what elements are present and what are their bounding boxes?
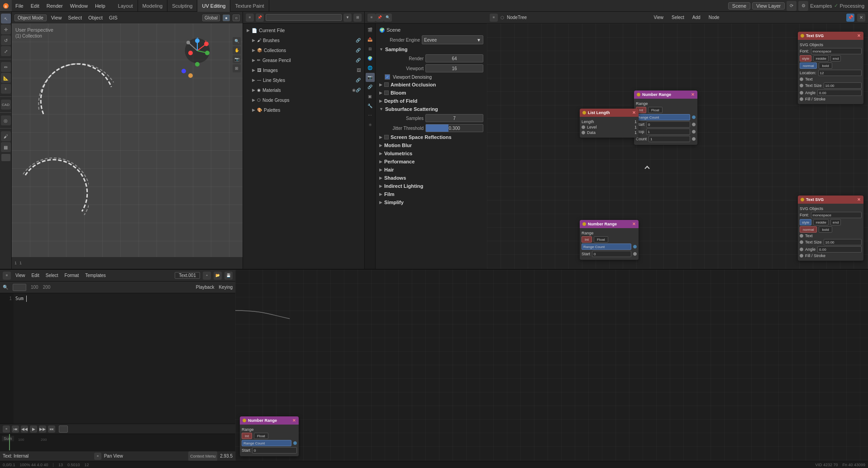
tsv-mid-angle-field[interactable]: 0.00 [817, 246, 862, 253]
node-list-length[interactable]: List Length ✕ Length 1 Level 1 [580, 109, 639, 138]
ll-close-icon[interactable]: ✕ [632, 110, 636, 115]
file-collections[interactable]: ▶ 📦 Collections 🔗 [243, 45, 364, 55]
sss-header[interactable]: ▼ Subsurface Scattering [377, 105, 485, 113]
props-pin-btn[interactable]: 📌 [376, 14, 384, 22]
te-mode-btn[interactable]: ≡ [94, 453, 101, 460]
viewport-view-menu[interactable]: View [49, 15, 64, 20]
brush-tool[interactable]: 🖌 [1, 131, 11, 141]
node-close-icon[interactable]: ✕ [691, 92, 695, 97]
blender-logo[interactable]: B [0, 0, 12, 11]
viewport-transform-btn[interactable]: Global [202, 14, 220, 21]
te-save-btn[interactable]: 💾 [224, 272, 233, 280]
tsv-mid-m[interactable]: middle [813, 219, 829, 225]
tl-rewind-btn[interactable]: ◀◀ [21, 425, 28, 433]
select-tool[interactable]: ↖ [1, 14, 11, 24]
hand-icon[interactable]: ✋ [233, 46, 241, 54]
te-keying-btn[interactable]: Keying [219, 285, 233, 290]
tab-sculpting[interactable]: Sculpting [167, 0, 197, 12]
props-render-icon[interactable]: 📷 [366, 73, 375, 82]
film-header[interactable]: ▶ Film [377, 190, 485, 198]
props-view-btn[interactable]: ≡ [367, 14, 376, 22]
te-select-menu[interactable]: Select [44, 273, 60, 278]
node-number-range-top[interactable]: Number Range ✕ Range Int Float Range Cou… [634, 91, 697, 145]
tsv-font-field[interactable]: monospace [811, 48, 862, 54]
node-canvas-top[interactable]: Number Range ✕ Range Int Float Range Cou… [487, 24, 868, 269]
fb-view-btn[interactable]: ≡ [246, 14, 254, 22]
viewport-mode-btn[interactable]: Object Mode [14, 14, 47, 21]
cad-tool[interactable]: CAD [1, 100, 11, 110]
tsv-mid-wl[interactable]: normal [800, 226, 817, 233]
nr-stop-field[interactable]: 1 [646, 129, 690, 135]
props-view-layer-icon[interactable]: ⊞ [366, 44, 375, 53]
vol-header[interactable]: ▶ Volumetrics [377, 149, 485, 158]
menu-help[interactable]: Help [91, 0, 109, 11]
ne-node-menu[interactable]: Node [706, 15, 722, 20]
te-format-menu[interactable]: Format [63, 273, 81, 278]
sss-samples-value[interactable]: 7 [425, 114, 483, 122]
nr-float-btn[interactable]: Float [648, 107, 663, 113]
tl-forward-btn[interactable]: ▶▶ [39, 425, 46, 433]
te-file-selector[interactable]: Text.001 [175, 272, 200, 279]
render-samples-value[interactable]: 64 [425, 54, 483, 62]
viewport-gis-menu[interactable]: GIS [107, 15, 119, 20]
tl-prev-btn[interactable]: ⏮ [12, 425, 19, 433]
props-modifier-icon[interactable]: 🔧 [366, 101, 375, 110]
nr-count2-field[interactable]: 1 [649, 136, 690, 142]
tl-playhead[interactable] [9, 434, 10, 450]
tsv-weight-l[interactable]: normal [800, 62, 817, 69]
file-node-groups[interactable]: ▶ ⬡ Node Groups [243, 95, 364, 105]
tsv-mid-r[interactable]: end [830, 219, 841, 225]
add-tool[interactable]: + [1, 84, 11, 94]
ssr-header[interactable]: ▶ Screen Space Reflections [377, 133, 485, 141]
tsv-angle-field[interactable]: 0.00 [817, 90, 862, 96]
tsv-mid-close[interactable]: ✕ [857, 197, 861, 202]
te-search-icon[interactable]: 🔍 [3, 285, 8, 290]
menu-window[interactable]: Window [67, 0, 91, 11]
viewport-select-menu[interactable]: Select [66, 15, 84, 20]
rotate-tool[interactable]: ↺ [1, 35, 11, 45]
file-search-input[interactable] [266, 14, 342, 21]
file-brushes[interactable]: ▶ 🖌 Brushes 🔗 [243, 35, 364, 45]
file-materials[interactable]: ▶ ◉ Materials ◉🔗 [243, 85, 364, 95]
tsv-size-field[interactable]: 10.00 [824, 82, 862, 89]
props-object-icon[interactable]: ▣ [366, 92, 375, 101]
nrba-count-field[interactable]: Range Count [242, 440, 291, 446]
nr-count-field[interactable]: Range Count [636, 114, 690, 120]
te-playback-btn[interactable]: Playback [196, 285, 215, 290]
tsv-loc-field[interactable]: 12 [818, 70, 862, 76]
dof-header[interactable]: ▶ Depth of Field [377, 97, 485, 105]
viewport-object-menu[interactable]: Object [86, 15, 105, 20]
menu-edit[interactable]: Edit [27, 0, 43, 11]
tsv-mid-font-field[interactable]: monospace [811, 212, 862, 218]
annotate-tool[interactable]: ✏ [1, 62, 11, 72]
props-constraints-icon[interactable]: 🔗 [366, 82, 375, 91]
view-layer-name[interactable]: View Layer [752, 2, 785, 10]
file-line-styles[interactable]: ▶ — Line Styles 🔗 [243, 75, 364, 85]
ne-view-menu[interactable]: View [651, 15, 667, 20]
nrba-close[interactable]: ✕ [292, 418, 296, 423]
bloom-header[interactable]: ▶ Bloom [377, 89, 485, 97]
simplify-header[interactable]: ▶ Simplify [377, 198, 485, 206]
tsv-style-r[interactable]: end [830, 55, 841, 62]
te-new-btn[interactable]: + [203, 272, 211, 280]
mb-header[interactable]: ▶ Motion Blur [377, 141, 485, 149]
ne-close-btn[interactable]: ✕ [857, 14, 865, 22]
tsv-mid-size-field[interactable]: 10.00 [824, 239, 862, 245]
tab-texture-paint[interactable]: Texture Paint [230, 0, 269, 12]
orbit-tool[interactable]: ◎ [1, 115, 11, 125]
bloom-checkbox[interactable] [384, 91, 389, 95]
tab-layout[interactable]: Layout [114, 0, 138, 12]
tsv-mid-l[interactable]: style [800, 219, 811, 225]
tab-modeling[interactable]: Modeling [138, 0, 168, 12]
sync-icon[interactable]: ⟳ [787, 1, 796, 11]
hair-header[interactable]: ▶ Hair [377, 166, 485, 174]
nrba-int[interactable]: Int [242, 433, 252, 439]
nrba-float[interactable]: Float [254, 433, 268, 439]
props-physics-icon[interactable]: ⚛ [366, 120, 375, 129]
bottom-node-area[interactable]: Number Range ✕ Range Int Float Range Cou… [235, 270, 868, 461]
layers-icon[interactable]: ⊞ [233, 64, 241, 72]
tl-frame-input[interactable] [59, 425, 68, 433]
props-scene-icon[interactable]: 🎬 [366, 25, 375, 34]
nrb-int[interactable]: Int [582, 236, 592, 243]
te-templates-menu[interactable]: Templates [83, 273, 108, 278]
